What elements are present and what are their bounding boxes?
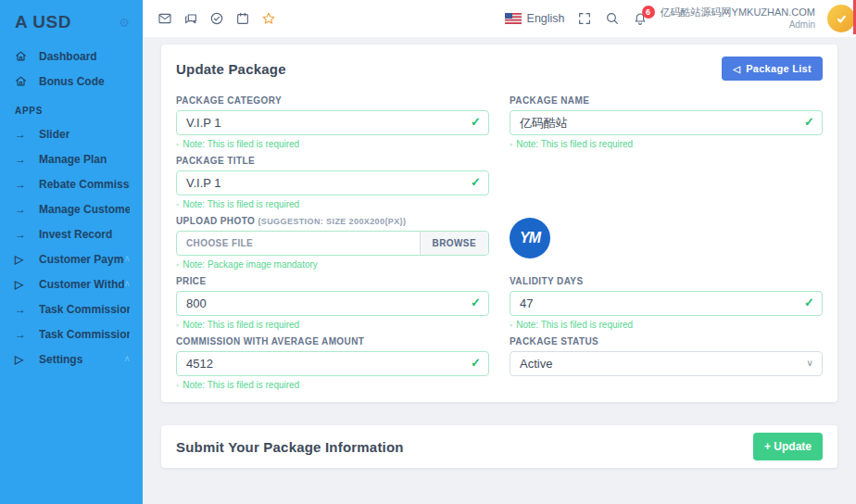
sidebar-item-label: Manage Plan — [39, 153, 107, 166]
star-icon[interactable] — [261, 11, 277, 27]
sidebar-item-label: Customer Payments — [39, 253, 124, 266]
choose-file-placeholder: CHOOSE FILE — [177, 232, 420, 255]
browse-button[interactable]: BROWSE — [420, 232, 488, 255]
field-note: ◦Note: This is filed is required — [510, 320, 823, 330]
arrow-right-icon: → — [15, 178, 29, 191]
sidebar-item-label: Slider — [39, 128, 69, 141]
sidebar-header: A USD ⚙ — [0, 0, 143, 44]
play-icon: ▷ — [15, 353, 29, 366]
price-input[interactable] — [176, 291, 489, 316]
calendar-icon[interactable] — [235, 11, 251, 27]
package-list-button[interactable]: ◁ Package List — [722, 57, 823, 81]
sidebar-item-slider[interactable]: → Slider — [0, 121, 143, 146]
dot-icon: ◦ — [176, 321, 179, 330]
sidebar-item-label: Manage Customers — [39, 203, 130, 216]
submit-title: Submit Your Package Information — [176, 439, 404, 455]
main-area: English 6 亿码酷站源码网YMKUZHAN.COM Admin Upda… — [143, 0, 856, 504]
search-icon[interactable] — [605, 11, 621, 27]
chevron-down-icon: ˅ — [807, 359, 812, 369]
page-title: Update Package — [176, 61, 286, 77]
field-label: COMMISSION WITH AVERAGE AMOUNT — [176, 336, 489, 346]
page-content: Update Package ◁ Package List PACKAGE CA… — [143, 37, 856, 468]
home-icon — [15, 75, 29, 87]
field-package-category: PACKAGE CATEGORY ✓ ◦Note: This is filed … — [176, 95, 489, 149]
user-role: Admin — [661, 19, 815, 32]
play-icon: ▷ — [15, 278, 29, 291]
user-menu[interactable]: 亿码酷站源码网YMKUZHAN.COM Admin — [661, 6, 815, 31]
sidebar-item-customer-withdraws[interactable]: ▷ Customer Withdraws ˄ — [0, 271, 143, 296]
package-category-input[interactable] — [176, 110, 489, 135]
sidebar-item-manage-plan[interactable]: → Manage Plan — [0, 146, 143, 171]
field-note: ◦Note: This is filed is required — [176, 139, 489, 149]
sidebar-item-customer-payments[interactable]: ▷ Customer Payments ˄ — [0, 246, 143, 271]
submit-card: Submit Your Package Information + Update — [161, 425, 837, 468]
arrow-right-icon: → — [15, 228, 29, 241]
sidebar-item-label: Settings — [39, 353, 82, 366]
sidebar-item-label: Task Commission — [39, 303, 130, 316]
package-name-input[interactable] — [510, 110, 823, 135]
dot-icon: ◦ — [510, 321, 512, 330]
sidebar-item-manage-customers[interactable]: → Manage Customers — [0, 196, 143, 221]
sidebar-item-label: Invest Record — [39, 228, 112, 241]
sidebar-item-label: Rebate Commission — [39, 178, 130, 191]
field-note: ◦Note: Package image mandatory — [176, 259, 489, 270]
topbar: English 6 亿码酷站源码网YMKUZHAN.COM Admin — [143, 0, 856, 37]
chevron-up-icon: ˄ — [124, 354, 130, 364]
commission-input[interactable] — [176, 351, 489, 376]
arrow-right-icon: → — [15, 328, 29, 341]
chat-icon[interactable] — [183, 11, 199, 27]
check-circle-icon[interactable] — [209, 11, 225, 27]
sidebar-item-dashboard[interactable]: Dashboard — [0, 44, 143, 69]
field-price: PRICE ✓ ◦Note: This is filed is required — [176, 276, 489, 330]
dot-icon: ◦ — [510, 140, 512, 149]
sidebar-item-label: Dashboard — [39, 50, 97, 63]
field-validity-days: VALIDITY DAYS ✓ ◦Note: This is filed is … — [510, 276, 823, 330]
package-logo: YM — [510, 218, 550, 258]
field-upload-photo: UPLOAD PHOTO (SUGGESTION: SIZE 200X200(P… — [176, 216, 489, 270]
arrow-right-icon: → — [15, 203, 29, 216]
field-package-status: PACKAGE STATUS Active ˅ — [510, 336, 823, 390]
sidebar-item-settings[interactable]: ▷ Settings ˄ — [0, 346, 143, 372]
spacer — [510, 156, 823, 216]
field-note: ◦Note: This is filed is required — [510, 139, 823, 149]
upload-suggestion: (SUGGESTION: SIZE 200X200(PX)) — [258, 217, 406, 226]
field-note: ◦Note: This is filed is required — [176, 320, 489, 330]
field-commission: COMMISSION WITH AVERAGE AMOUNT ✓ ◦Note: … — [176, 336, 489, 390]
sidebar-item-task-commission[interactable]: → Task Commission — [0, 296, 143, 321]
update-button[interactable]: + Update — [753, 433, 823, 460]
sidebar-item-rebate-commission[interactable]: → Rebate Commission — [0, 171, 143, 196]
sidebar-item-label: Task Commission Reques — [39, 328, 130, 341]
field-label: PRICE — [176, 276, 489, 286]
gear-icon[interactable]: ⚙ — [119, 16, 130, 30]
file-upload-input[interactable]: CHOOSE FILE BROWSE — [176, 231, 489, 256]
package-status-select[interactable]: Active ˅ — [510, 351, 823, 376]
play-icon: ▷ — [15, 253, 29, 266]
user-title: 亿码酷站源码网YMKUZHAN.COM — [661, 6, 815, 19]
validity-days-input[interactable] — [510, 291, 823, 316]
dot-icon: ◦ — [176, 260, 179, 270]
dot-icon: ◦ — [176, 140, 179, 149]
chevron-up-icon: ˄ — [124, 279, 130, 289]
field-note: ◦Note: This is filed is required — [176, 380, 489, 390]
language-selector[interactable]: English — [505, 12, 565, 25]
selected-status: Active — [520, 357, 552, 371]
avatar[interactable] — [827, 5, 855, 32]
language-label: English — [527, 12, 565, 25]
notifications-bell[interactable]: 6 — [633, 11, 648, 27]
back-arrow-icon: ◁ — [733, 64, 740, 74]
home-icon — [15, 50, 29, 62]
field-note: ◦Note: This is filed is required — [176, 199, 489, 209]
field-label: VALIDITY DAYS — [510, 276, 823, 286]
fullscreen-icon[interactable] — [577, 11, 593, 27]
sidebar-item-bonus-code[interactable]: Bonus Code — [0, 69, 143, 94]
sidebar-item-invest-record[interactable]: → Invest Record — [0, 221, 143, 246]
dot-icon: ◦ — [176, 381, 179, 390]
arrow-right-icon: → — [15, 303, 29, 316]
field-label: PACKAGE CATEGORY — [176, 95, 489, 106]
mail-icon[interactable] — [157, 11, 173, 27]
chevron-up-icon: ˄ — [124, 254, 130, 264]
package-title-input[interactable] — [176, 170, 489, 195]
field-label: PACKAGE TITLE — [176, 156, 489, 166]
field-label: UPLOAD PHOTO (SUGGESTION: SIZE 200X200(P… — [176, 216, 489, 226]
sidebar-item-task-commission-request[interactable]: → Task Commission Reques — [0, 321, 143, 346]
